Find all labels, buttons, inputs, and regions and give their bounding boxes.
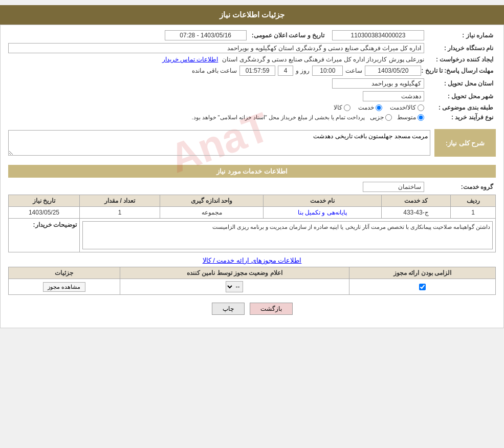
category-kala-label: کالا [334, 104, 342, 111]
purchase-motavaset-option[interactable]: متوسط [397, 114, 424, 121]
col-unit: واحد اندازه گیری [160, 195, 264, 207]
buyer-desc-value: داشتن گواهینامه صلاحیت پیمانکاری با تخصص… [82, 221, 493, 249]
license-table: الزامی بودن ارائه مجوز اعلام وضعیت مجوز … [8, 267, 496, 295]
row-quantity: 1 [79, 207, 160, 219]
city-label: شهر محل تحویل : [424, 93, 496, 100]
row-number: 1 [451, 207, 496, 219]
table-row: 1 ج-43-433 پایانه‌هی و تکمیل بنا مجموعه … [9, 207, 496, 219]
services-section-header: اطلاعات خدمات مورد نیاز [8, 165, 496, 178]
license-status-select[interactable]: -- [226, 281, 243, 292]
category-row: طبقه بندی موضوعی : کالا/خدمت خدمت کالا [8, 104, 496, 111]
services-section-title: اطلاعات خدمات مورد نیاز [216, 167, 288, 175]
deadline-row: مهلت ارسال پاسخ: تا تاریخ : 1403/05/20 س… [8, 66, 496, 76]
purchase-motavaset-radio[interactable] [418, 114, 424, 121]
need-number-value: 1103003834000023 [332, 30, 424, 40]
purchase-jazei-radio[interactable] [385, 114, 392, 121]
category-khadamat-radio[interactable] [376, 104, 382, 111]
row-code: ج-43-433 [381, 207, 451, 219]
need-number-row: شماره نیاز : 1103003834000023 تاریخ و سا… [8, 30, 496, 40]
category-khadamat-option[interactable]: خدمت [358, 104, 382, 111]
license-col-status: اعلام وضعیت مجوز توسط نامین کننده [120, 267, 349, 279]
category-khadamat-label: خدمت [358, 104, 374, 111]
category-kala-khadamat-label: کالا/خدمت [390, 104, 416, 111]
purchase-type-desc: پرداخت تمام یا بخشی از مبلغ خریداز محل "… [191, 114, 365, 121]
deadline-time-label: ساعت [345, 67, 362, 74]
service-group-row: گروه خدمت: ساختمان [8, 182, 496, 192]
category-kala-option[interactable]: کالا [334, 104, 350, 111]
row-unit: مجموعه [160, 207, 264, 219]
row-name[interactable]: پایانه‌هی و تکمیل بنا [263, 207, 381, 219]
buyer-desc-label: توضیحات خریدار: [9, 219, 80, 252]
deadline-date: 1403/05/20 [365, 66, 421, 76]
purchase-motavaset-label: متوسط [397, 114, 416, 121]
creator-value: نورعلی پورش کاربرداز اداره کل میراث فرهن… [222, 56, 424, 63]
service-group-value: ساختمان [363, 182, 424, 192]
province-label: استان محل تحویل : [424, 80, 496, 87]
category-kala-khadamat-radio[interactable] [418, 104, 424, 111]
col-quantity: تعداد / مقدار [79, 195, 160, 207]
province-row: استان محل تحویل : کهگیلویه و بویراحمد [8, 78, 496, 89]
province-value: کهگیلویه و بویراحمد [332, 78, 424, 89]
city-value: دهدشت [363, 91, 424, 101]
buyer-org-label: نام دستگاه خریدار : [424, 45, 496, 52]
service-group-label: گروه خدمت: [424, 183, 496, 190]
need-desc-textarea[interactable] [8, 130, 430, 156]
purchase-jazei-label: جزیی [370, 114, 384, 121]
need-number-label: شماره نیاز : [424, 32, 496, 39]
col-row: ردیف [451, 195, 496, 207]
buyer-org-row: نام دستگاه خریدار : اداره کل میراث فرهنگ… [8, 43, 496, 53]
view-license-button[interactable]: مشاهده مجوز [43, 282, 85, 292]
license-row: -- مشاهده مجوز [9, 279, 496, 295]
license-col-required: الزامی بودن ارائه مجوز [349, 267, 495, 279]
back-button[interactable]: بازگشت [250, 303, 293, 315]
license-col-details: جزئیات [9, 267, 120, 279]
creator-contact-link[interactable]: اطلاعات تماس خریدار [162, 56, 218, 63]
print-button[interactable]: چاپ [212, 303, 245, 315]
purchase-type-row: نوع فرآیند خرید : متوسط جزیی پرداخت تمام… [8, 114, 496, 121]
deadline-remaining-label: ساعت باقی مانده [192, 67, 237, 74]
need-desc-section-label: شرح کلی نیاز: [446, 139, 485, 147]
col-code: کد خدمت [381, 195, 451, 207]
license-section-title: اطلاعات مجوزهای ارائه خدمت / کالا [8, 257, 496, 264]
col-name: نام خدمت [263, 195, 381, 207]
need-desc-section: شرح کلی نیاز: AnaT مرمت مسجد جهلستون باف… [8, 125, 496, 161]
publish-date-label: تاریخ و ساعت اعلان عمومی: [252, 32, 327, 39]
deadline-days: 4 [278, 66, 293, 76]
category-kala-khadamat-option[interactable]: کالا/خدمت [390, 104, 424, 111]
deadline-label: مهلت ارسال پاسخ: تا تاریخ : [421, 67, 496, 74]
buyer-desc-row: داشتن گواهینامه صلاحیت پیمانکاری با تخصص… [9, 219, 496, 252]
creator-label: ایجاد کننده درخواست : [424, 56, 496, 63]
bottom-buttons: بازگشت چاپ [8, 303, 496, 315]
city-row: شهر محل تحویل : دهدشت [8, 91, 496, 101]
row-date: 1403/05/25 [9, 207, 80, 219]
category-kala-radio[interactable] [344, 104, 350, 111]
purchase-type-label: نوع فرآیند خرید : [424, 114, 496, 121]
publish-date-value: 1403/05/16 - 07:28 [165, 30, 247, 40]
purchase-jazei-option[interactable]: جزیی [370, 114, 392, 121]
col-date: تاریخ نیاز [9, 195, 80, 207]
license-required-checkbox[interactable] [419, 284, 426, 290]
deadline-time: 10:00 [312, 66, 343, 76]
services-table: ردیف کد خدمت نام خدمت واحد اندازه گیری ت… [8, 195, 496, 252]
deadline-remaining: 01:57:59 [239, 66, 275, 76]
creator-row: ایجاد کننده درخواست : نورعلی پورش کاربرد… [8, 56, 496, 63]
category-label: طبقه بندی موضوعی : [424, 104, 496, 111]
page-header: جزئیات اطلاعات نیاز [0, 5, 504, 25]
deadline-day-label: روز و [296, 67, 310, 74]
page-title: جزئیات اطلاعات نیاز [220, 10, 284, 19]
buyer-org-value: اداره کل میراث فرهنگی صنایع دستی و گردشگ… [8, 43, 424, 53]
